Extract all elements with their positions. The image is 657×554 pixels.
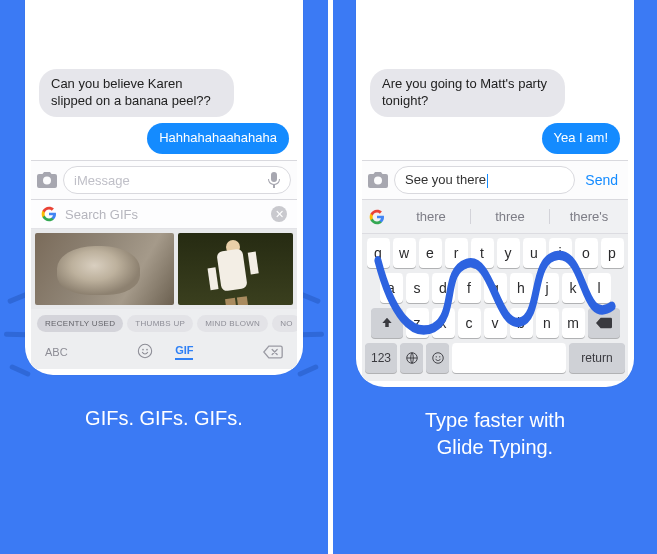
key-g[interactable]: g [484, 273, 507, 303]
gif-search-placeholder: Search GIFs [65, 207, 263, 222]
gif-result[interactable] [35, 233, 174, 305]
message-incoming: Are you going to Matt's party tonight? [370, 69, 565, 117]
backspace-icon[interactable] [263, 345, 283, 359]
clear-icon[interactable]: ✕ [271, 206, 287, 222]
backspace-key[interactable] [588, 308, 620, 338]
tab-abc[interactable]: ABC [45, 346, 68, 358]
gif-category[interactable]: NO [272, 315, 297, 332]
phone-screen: Are you going to Matt's party tonight? Y… [362, 0, 628, 381]
message-incoming: Can you believe Karen slipped on a banan… [39, 69, 234, 117]
panel-caption: GIFs. GIFs. GIFs. [65, 405, 263, 432]
key-x[interactable]: x [432, 308, 455, 338]
emoji-key[interactable] [426, 343, 449, 373]
space-key[interactable] [452, 343, 566, 373]
mic-icon[interactable] [268, 172, 280, 188]
key-p[interactable]: p [601, 238, 624, 268]
message-outgoing: Yea I am! [542, 123, 620, 154]
key-i[interactable]: i [549, 238, 572, 268]
phone-frame: Can you believe Karen slipped on a banan… [25, 0, 303, 375]
key-h[interactable]: h [510, 273, 533, 303]
gif-search-bar[interactable]: Search GIFs ✕ [31, 200, 297, 229]
suggestion[interactable]: three [470, 209, 549, 224]
key-q[interactable]: q [367, 238, 390, 268]
panel-caption: Type faster withGlide Typing. [405, 407, 585, 461]
compose-input[interactable]: iMessage [63, 166, 291, 194]
panel-gifs: Can you believe Karen slipped on a banan… [0, 0, 328, 554]
key-d[interactable]: d [432, 273, 455, 303]
suggestion[interactable]: there's [549, 209, 628, 224]
globe-key[interactable] [400, 343, 423, 373]
key-m[interactable]: m [562, 308, 585, 338]
return-key[interactable]: return [569, 343, 625, 373]
key-row: zxcvbnm [365, 308, 625, 338]
key-l[interactable]: l [588, 273, 611, 303]
gif-categories: RECENTLY USED THUMBS UP MIND BLOWN NO HA… [31, 309, 297, 338]
key-e[interactable]: e [419, 238, 442, 268]
gif-category[interactable]: THUMBS UP [127, 315, 193, 332]
keyboard-bottom-bar: ABC GIF [31, 338, 297, 369]
key-o[interactable]: o [575, 238, 598, 268]
key-r[interactable]: r [445, 238, 468, 268]
message-outgoing: Hahhahahaahahaha [147, 123, 289, 154]
gif-result[interactable] [178, 233, 293, 305]
numbers-key[interactable]: 123 [365, 343, 397, 373]
gif-category[interactable]: RECENTLY USED [37, 315, 123, 332]
flare-line [9, 364, 31, 378]
send-button[interactable]: Send [581, 172, 622, 188]
key-u[interactable]: u [523, 238, 546, 268]
emoji-icon[interactable] [137, 343, 153, 361]
key-n[interactable]: n [536, 308, 559, 338]
flare-line [297, 364, 319, 378]
key-c[interactable]: c [458, 308, 481, 338]
svg-point-5 [435, 356, 436, 357]
compose-value: See you there [405, 172, 486, 187]
google-logo-icon [41, 206, 57, 222]
promo-panels: Can you believe Karen slipped on a banan… [0, 0, 657, 554]
key-s[interactable]: s [406, 273, 429, 303]
panel-glide: Are you going to Matt's party tonight? Y… [333, 0, 657, 554]
suggestion-bar: there three there's [362, 200, 628, 234]
svg-point-1 [142, 349, 144, 351]
key-w[interactable]: w [393, 238, 416, 268]
svg-point-4 [432, 353, 443, 364]
camera-icon[interactable] [37, 172, 57, 188]
compose-placeholder: iMessage [74, 173, 130, 188]
gif-keyboard: Search GIFs ✕ RECENTLY USED THUMBS UP MI… [31, 199, 297, 369]
key-k[interactable]: k [562, 273, 585, 303]
phone-frame: Are you going to Matt's party tonight? Y… [356, 0, 634, 387]
qwerty-keyboard: there three there's qwertyuiop asdfghjkl… [362, 199, 628, 381]
google-logo-icon[interactable] [362, 209, 392, 225]
suggestion[interactable]: there [392, 209, 470, 224]
gif-category[interactable]: MIND BLOWN [197, 315, 268, 332]
key-y[interactable]: y [497, 238, 520, 268]
camera-icon[interactable] [368, 172, 388, 188]
key-grid: qwertyuiop asdfghjkl zxcvbnm [362, 234, 628, 381]
svg-point-6 [439, 356, 440, 357]
key-t[interactable]: t [471, 238, 494, 268]
key-z[interactable]: z [406, 308, 429, 338]
key-row: 123 return [365, 343, 625, 373]
svg-point-2 [146, 349, 148, 351]
text-cursor [487, 174, 488, 188]
tab-gif[interactable]: GIF [175, 344, 193, 360]
key-v[interactable]: v [484, 308, 507, 338]
chat-area: Can you believe Karen slipped on a banan… [31, 0, 297, 160]
key-a[interactable]: a [380, 273, 403, 303]
chat-area: Are you going to Matt's party tonight? Y… [362, 0, 628, 160]
key-j[interactable]: j [536, 273, 559, 303]
key-b[interactable]: b [510, 308, 533, 338]
svg-point-0 [138, 344, 151, 357]
gif-results [31, 229, 297, 309]
shift-key[interactable] [371, 308, 403, 338]
phone-screen: Can you believe Karen slipped on a banan… [31, 0, 297, 369]
compose-bar: iMessage [31, 160, 297, 199]
compose-bar: See you there Send [362, 160, 628, 199]
compose-input[interactable]: See you there [394, 166, 575, 194]
key-f[interactable]: f [458, 273, 481, 303]
